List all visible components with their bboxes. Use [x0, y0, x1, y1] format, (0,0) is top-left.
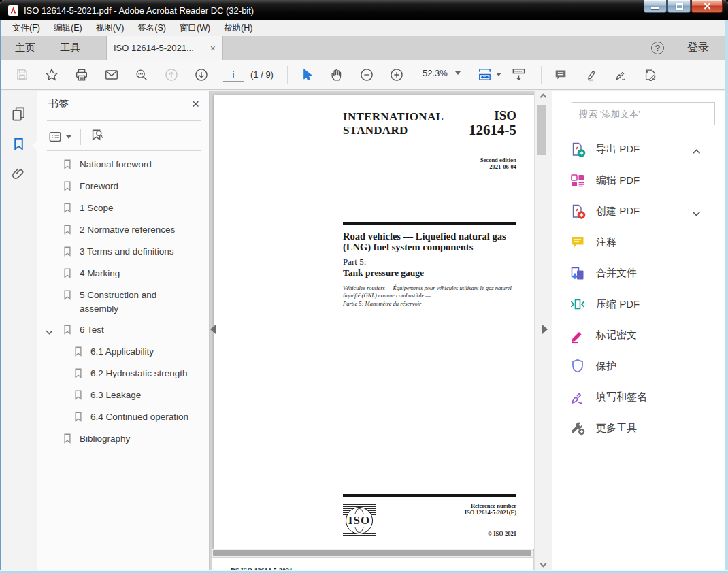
- bookmark-item[interactable]: 3 Terms and definitions: [37, 241, 209, 263]
- star-button[interactable]: [44, 67, 60, 83]
- bookmark-item[interactable]: 5 Construction and assembly: [37, 284, 209, 319]
- horizontal-scrollbar-thumb[interactable]: [213, 550, 531, 556]
- tool-combine-files[interactable]: 合并文件: [552, 258, 724, 289]
- tool-create-pdf[interactable]: 创建 PDF: [552, 196, 724, 227]
- chevron-down-icon[interactable]: [46, 327, 53, 337]
- chevron-up-icon[interactable]: [692, 145, 701, 157]
- comment-button[interactable]: [552, 67, 569, 83]
- page-header-right: ISO 12614-5: [469, 109, 516, 137]
- tab-document[interactable]: ISO 12614-5-2021... ×: [106, 36, 223, 60]
- reading-mode-button[interactable]: [511, 67, 527, 83]
- tool-redact[interactable]: 标记密文: [552, 320, 724, 351]
- vertical-scrollbar-thumb[interactable]: [537, 105, 546, 155]
- zoom-level-value: 52.3%: [423, 68, 448, 78]
- bookmark-item-expanded[interactable]: 6 Test: [37, 319, 209, 341]
- page-count: (1 / 9): [250, 69, 274, 80]
- vertical-scrollbar[interactable]: [534, 91, 552, 573]
- menu-item-sign[interactable]: 签名(S): [131, 20, 173, 36]
- combine-files-icon: [569, 265, 586, 282]
- tab-tools[interactable]: 工具: [50, 36, 90, 60]
- find-current-bookmark-button[interactable]: [90, 128, 105, 146]
- divider: [47, 120, 201, 121]
- page-number-input[interactable]: [223, 68, 244, 82]
- bookmark-label: 2 Normative references: [80, 223, 175, 237]
- menu-item-view[interactable]: 视图(V): [89, 20, 131, 36]
- horizontal-scrollbar[interactable]: [212, 549, 533, 557]
- document-title: Road vehicles — Liquefied natural gas (L…: [343, 231, 523, 252]
- tool-comment[interactable]: 注释: [552, 227, 724, 259]
- previous-page-button[interactable]: [163, 67, 180, 83]
- bookmark-label: 3 Terms and definitions: [80, 245, 174, 259]
- tool-protect[interactable]: 保护: [552, 351, 724, 382]
- select-tool-button[interactable]: [299, 67, 315, 83]
- attachments-button[interactable]: [0, 159, 37, 189]
- collapse-right-panel-handle[interactable]: [542, 325, 548, 334]
- bookmark-item[interactable]: Bibliography: [37, 428, 209, 450]
- menu-item-window[interactable]: 窗口(W): [173, 20, 217, 36]
- zoom-in-button[interactable]: [388, 67, 405, 83]
- title-bar: ISO 12614-5-2021.pdf - Adobe Acrobat Rea…: [0, 0, 728, 20]
- print-button[interactable]: [73, 67, 90, 83]
- fit-width-control[interactable]: [477, 67, 501, 82]
- collapse-left-panel-handle[interactable]: [210, 325, 216, 334]
- zoom-level-select[interactable]: 52.3%: [418, 67, 465, 82]
- part-title: Tank pressure gauge: [343, 267, 424, 278]
- save-button[interactable]: [14, 67, 30, 83]
- shield-icon: [569, 358, 586, 374]
- highlight-button[interactable]: [582, 67, 599, 83]
- bookmark-label: 6.1 Applicability: [90, 345, 154, 359]
- copyright: © ISO 2021: [488, 530, 516, 537]
- divider: [47, 150, 201, 151]
- bookmark-icon: [73, 346, 83, 357]
- bookmark-item[interactable]: 6.3 Leakage: [37, 384, 209, 406]
- chevron-down-icon: [66, 135, 71, 139]
- bookmarks-panel: 书签 × National foreword: [37, 91, 210, 573]
- bookmark-options-button[interactable]: [48, 130, 71, 144]
- bookmark-item[interactable]: 1 Scope: [37, 197, 209, 219]
- menu-item-edit[interactable]: 编辑(E): [47, 20, 89, 36]
- tool-export-pdf[interactable]: 导出 PDF: [552, 134, 724, 165]
- stamp-button[interactable]: [642, 67, 659, 83]
- minimize-button[interactable]: [644, 0, 667, 13]
- email-button[interactable]: [103, 67, 120, 83]
- zoom-out-button[interactable]: [359, 67, 375, 83]
- tab-close-icon[interactable]: ×: [210, 44, 216, 53]
- hand-tool-button[interactable]: [329, 67, 345, 83]
- bookmark-icon: [63, 224, 72, 235]
- next-page-button[interactable]: [193, 67, 210, 83]
- zoom-out-icon: [359, 67, 374, 82]
- tool-compress-pdf[interactable]: 压缩 PDF: [552, 289, 724, 321]
- email-icon: [104, 67, 119, 82]
- window-frame: [0, 20, 1, 573]
- bookmark-item[interactable]: 6.1 Applicability: [37, 341, 209, 363]
- panel-close-icon[interactable]: ×: [192, 97, 199, 110]
- menu-item-help[interactable]: 帮助(H): [217, 20, 259, 36]
- chevron-down-icon[interactable]: [692, 207, 701, 218]
- tool-label: 创建 PDF: [596, 205, 640, 218]
- sign-button[interactable]: [612, 67, 629, 83]
- help-icon[interactable]: ?: [651, 42, 664, 54]
- tool-fill-sign[interactable]: 填写和签名: [552, 382, 724, 413]
- search-button[interactable]: [133, 67, 150, 83]
- page-thumbnails-button[interactable]: [0, 99, 37, 129]
- sign-in-link[interactable]: 登录: [687, 41, 709, 55]
- maximize-button[interactable]: [667, 0, 691, 13]
- bookmark-item[interactable]: 4 Marking: [37, 263, 209, 284]
- close-button[interactable]: [691, 0, 723, 13]
- tool-more-tools[interactable]: 更多工具: [552, 413, 724, 444]
- toolbar-separator: [287, 66, 288, 84]
- scroll-down-arrow[interactable]: [535, 561, 552, 566]
- bookmark-item[interactable]: 2 Normative references: [37, 219, 209, 241]
- comment-icon: [569, 234, 586, 250]
- bookmark-item[interactable]: 6.2 Hydrostatic strength: [37, 363, 209, 384]
- tool-edit-pdf[interactable]: 编辑 PDF: [552, 165, 724, 197]
- bookmark-item[interactable]: 6.4 Continued operation: [37, 406, 209, 428]
- bookmark-item[interactable]: National foreword: [37, 154, 209, 176]
- scroll-up-arrow[interactable]: [535, 95, 552, 99]
- bookmark-item[interactable]: Foreword: [37, 176, 209, 197]
- menu-item-file[interactable]: 文件(F): [5, 20, 47, 36]
- bookmark-icon: [63, 267, 72, 279]
- tab-home[interactable]: 主页: [5, 36, 45, 60]
- tools-search-input[interactable]: [572, 102, 715, 125]
- horizontal-rule: [343, 494, 516, 497]
